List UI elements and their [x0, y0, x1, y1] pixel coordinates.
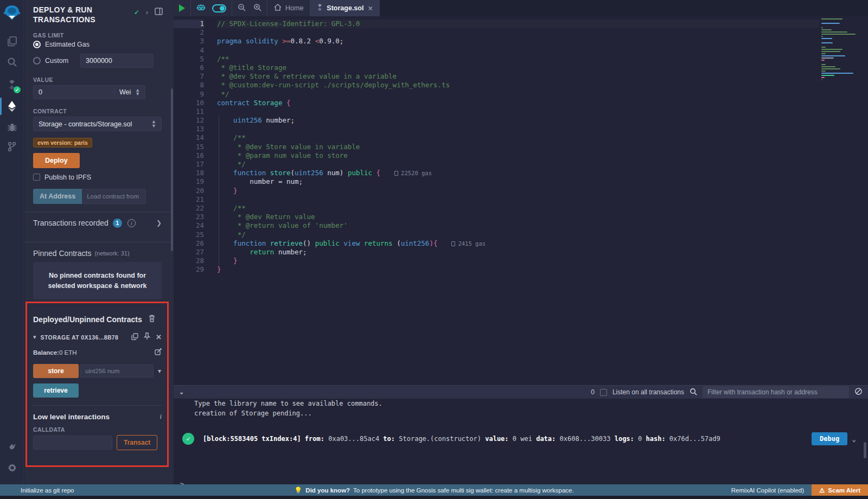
chevron-right-icon[interactable]: ❯ — [156, 219, 162, 227]
expand-args-icon[interactable]: ▾ — [158, 367, 161, 375]
pinned-contracts-title: Pinned Contracts — [33, 249, 91, 258]
run-script-icon[interactable] — [179, 4, 185, 12]
close-contract-icon[interactable]: ✕ — [156, 333, 162, 341]
retrieve-function-button[interactable]: retrieve — [33, 383, 79, 398]
git-init-status[interactable]: Initialize as git repo — [21, 487, 74, 494]
deploy-button[interactable]: Deploy — [33, 153, 80, 168]
clear-filter-icon[interactable] — [854, 387, 863, 397]
scam-alert-label: Scam Alert — [828, 487, 860, 494]
plugin-manager-icon[interactable] — [0, 437, 24, 457]
code-line: /** — [217, 204, 819, 213]
tab-home[interactable]: Home — [267, 0, 310, 16]
code-line: /** — [217, 133, 819, 142]
zoom-out-icon[interactable] — [238, 3, 246, 13]
panel-check-icon: ✓ — [134, 9, 139, 16]
at-address-input[interactable] — [82, 189, 146, 204]
active-tab-label: Storage.sol — [327, 4, 363, 12]
code-line: /** — [217, 55, 819, 63]
publish-ipfs-row[interactable]: Publish to IPFS — [33, 174, 162, 181]
scam-alert-button[interactable]: ⚠ Scam Alert — [812, 484, 868, 496]
value-unit-select[interactable]: Wei ▲▼ — [114, 85, 145, 99]
terminal-filter-input[interactable] — [703, 386, 849, 398]
deploy-run-icon[interactable] — [0, 97, 24, 116]
copy-icon[interactable] — [131, 333, 138, 342]
solidity-compiler-icon[interactable]: ✓ — [0, 75, 24, 94]
editor-toolbar: Home Storage.sol ✕ — [174, 0, 868, 16]
code-line: function store(uint256 num) public {2252… — [217, 169, 819, 177]
lightbulb-icon: 💡 — [294, 487, 302, 494]
terminal-line: creation of Storage pending... — [174, 408, 868, 418]
custom-gas-radio[interactable]: Custom — [33, 54, 162, 68]
terminal-line: Type the library name to see available c… — [174, 399, 868, 408]
pin-panel-icon[interactable] — [155, 8, 163, 17]
forward-arrow-icon[interactable]: › — [146, 9, 148, 16]
minimap[interactable] — [821, 18, 860, 81]
home-tab-label: Home — [285, 4, 303, 12]
transactions-recorded-row[interactable]: Transactions recorded 1 i ❯ — [24, 212, 170, 234]
trash-icon[interactable] — [149, 315, 155, 324]
icon-sidebar: ✓ — [0, 0, 24, 484]
estimated-gas-radio[interactable]: Estimated Gas — [33, 41, 162, 48]
solidity-file-icon — [317, 4, 323, 12]
zoom-in-icon[interactable] — [253, 3, 261, 13]
code-editor[interactable]: 1234567891011121314151617181920212223242… — [174, 16, 868, 385]
settings-icon[interactable] — [0, 458, 24, 477]
terminal-scrollbar[interactable] — [864, 442, 866, 458]
evm-version-badge: evm version: paris — [33, 138, 92, 148]
info-icon[interactable]: i — [159, 412, 162, 421]
custom-gas-input[interactable] — [80, 54, 154, 68]
lowlevel-title: Low level interactions — [33, 413, 110, 421]
terminal[interactable]: Type the library name to see available c… — [174, 399, 868, 484]
transactions-recorded-label: Transactions recorded — [33, 219, 108, 227]
listen-count: 0 — [591, 388, 595, 396]
remixai-robot-icon[interactable] — [196, 3, 206, 14]
listen-checkbox[interactable] — [600, 389, 607, 396]
calldata-input[interactable] — [33, 436, 112, 450]
code-line: * @custom:dev-run-script ./scripts/deplo… — [217, 81, 819, 89]
debug-button[interactable]: Debug — [812, 432, 847, 445]
expand-log-icon[interactable]: ⌄ — [852, 435, 856, 443]
run-script-group[interactable] — [174, 0, 191, 16]
publish-ipfs-checkbox[interactable] — [33, 174, 40, 181]
warning-icon: ⚠ — [819, 487, 825, 494]
value-input[interactable] — [33, 85, 114, 99]
collapse-terminal-icon[interactable]: ⌄⌄ — [179, 391, 183, 393]
tab-storage-sol[interactable]: Storage.sol ✕ — [310, 0, 380, 16]
tx-success-icon: ✓ — [182, 433, 194, 445]
contract-select[interactable]: Storage - contracts/Storage.sol ▲▼ — [33, 117, 162, 131]
tip-text: To prototype using the Gnosis safe multi… — [353, 487, 574, 494]
remix-logo[interactable] — [3, 4, 21, 22]
code-line: } — [217, 257, 819, 265]
code-line: */ — [217, 160, 819, 169]
code-lines: // SPDX-License-Identifier: GPL-3.0pragm… — [217, 20, 819, 274]
close-tab-icon[interactable]: ✕ — [367, 4, 373, 12]
git-icon[interactable] — [0, 137, 24, 156]
unit-label: Wei — [119, 88, 131, 96]
listen-label: Listen on all transactions — [612, 388, 684, 396]
gutter: 1234567891011121314151617181920212223242… — [174, 20, 204, 274]
file-explorer-icon[interactable] — [0, 31, 24, 51]
estimated-gas-label: Estimated Gas — [45, 41, 90, 48]
editor-area: Home Storage.sol ✕ 123456789101112131415… — [174, 0, 868, 385]
contract-selected-label: Storage - contracts/Storage.sol — [39, 120, 132, 128]
transact-button[interactable]: Transact — [117, 435, 157, 450]
gas-estimate-label: 2415 gas — [451, 240, 486, 247]
gas-limit-label: GAS LIMIT — [33, 32, 162, 39]
copilot-toggle[interactable] — [212, 4, 226, 12]
code-line: } — [217, 187, 819, 195]
copilot-status[interactable]: RemixAI Copilot (enabled) — [731, 487, 804, 494]
edit-icon[interactable] — [155, 348, 162, 356]
radio-unselected — [33, 57, 41, 65]
search-icon[interactable] — [0, 52, 24, 72]
debugger-icon[interactable] — [0, 117, 24, 137]
code-line: // SPDX-License-Identifier: GPL-3.0 — [217, 20, 819, 28]
chevron-down-icon[interactable]: ▾ — [33, 334, 36, 341]
transaction-log-row[interactable]: ✓ [block:5583405 txIndex:4] from: 0xa03.… — [174, 432, 868, 445]
pin-icon[interactable] — [144, 332, 150, 342]
store-arg-input[interactable] — [80, 364, 154, 378]
store-function-button[interactable]: store — [33, 364, 79, 378]
at-address-button[interactable]: At Address — [33, 189, 82, 204]
info-icon[interactable]: i — [127, 219, 136, 227]
code-line: * @dev Store & retrieve value in a varia… — [217, 72, 819, 81]
code-line: * @dev Store value in variable — [217, 143, 819, 151]
